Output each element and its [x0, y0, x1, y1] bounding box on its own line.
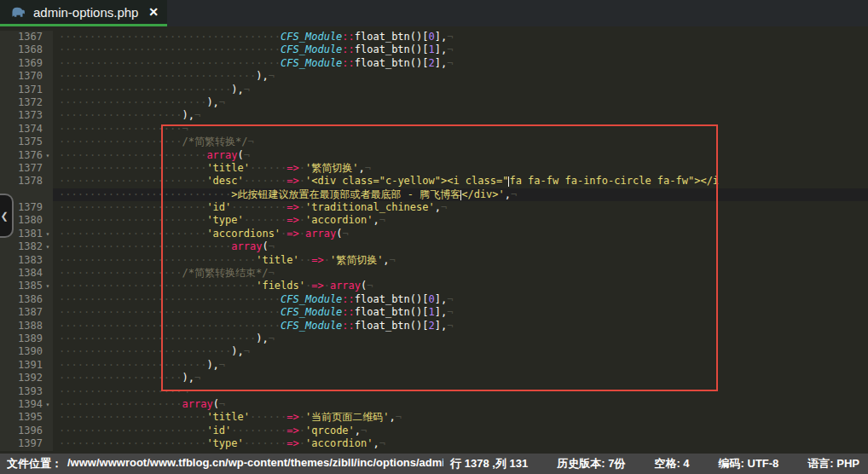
code-token: => [286, 437, 298, 449]
code-token: float_btn()[ [355, 43, 429, 55]
cursor-position-status[interactable]: 行 1378 ,列 131 [450, 456, 528, 471]
gutter[interactable]: 1386 [0, 293, 53, 306]
code-row[interactable]: 1396························'id'········… [0, 425, 868, 437]
gutter[interactable]: 1388 [0, 320, 53, 332]
gutter[interactable]: 1368 [0, 43, 53, 56]
gutter[interactable]: 1393 [0, 385, 53, 398]
code-row[interactable]: 1387····································… [0, 306, 868, 319]
code-row[interactable]: 1392····················),¬ [0, 372, 868, 384]
code-token: CFS_Module [281, 320, 342, 332]
fold-arrow-icon[interactable]: ▾ [43, 240, 53, 253]
code-token: , [358, 162, 364, 174]
code-row[interactable]: 1385▾································'fi… [0, 280, 868, 292]
gutter[interactable]: 1372 [0, 96, 53, 109]
code-row[interactable]: 1374····················¬ [0, 123, 868, 136]
gutter[interactable]: 1395 [0, 411, 53, 424]
fold-arrow-icon[interactable]: ▾ [43, 149, 53, 162]
code-row[interactable]: 1397························'type'······… [0, 437, 868, 450]
code-token: :: [342, 43, 354, 55]
gutter[interactable]: 1378 [0, 175, 53, 188]
gutter[interactable]: 1389 [0, 332, 53, 345]
gutter[interactable]: 1367 [0, 31, 53, 43]
code-row[interactable]: 1377························'title'·····… [0, 162, 868, 175]
gutter[interactable]: 1394▾ [0, 398, 53, 411]
code-token: => [286, 175, 298, 187]
code-row[interactable]: 1367····································… [0, 31, 868, 43]
gutter[interactable]: 1382▾ [0, 240, 53, 253]
code-token: 'type' [206, 437, 243, 449]
code-row[interactable]: 1390····························),¬ [0, 345, 868, 358]
history-versions-status[interactable]: 历史版本: 7份 [557, 456, 625, 471]
code-text: ························'desc'·······=>·… [53, 175, 868, 188]
eol-mark: ¬ [367, 280, 373, 292]
indent-spaces-status[interactable]: 空格: 4 [654, 456, 689, 471]
gutter[interactable]: 1375 [0, 136, 53, 148]
whitespace-dots: ························ [59, 437, 206, 449]
fold-arrow-icon[interactable]: ▾ [43, 228, 53, 240]
gutter[interactable]: 1385▾ [0, 280, 53, 292]
code-row[interactable]: 1389································),¬ [0, 332, 868, 345]
eol-mark: ¬ [219, 359, 225, 371]
code-token: 'title' [206, 162, 250, 174]
gutter[interactable]: 1373 [0, 109, 53, 122]
code-row[interactable]: 1393····················¬ [0, 385, 868, 398]
code-row[interactable]: 1379························'id'········… [0, 201, 868, 214]
code-text: ····································CFS_… [53, 43, 868, 56]
code-row[interactable]: 1376▾························array(¬ [0, 149, 868, 162]
code-text: ························array(¬ [53, 149, 868, 162]
code-row[interactable]: 1370································),¬ [0, 70, 868, 83]
close-icon[interactable]: ✕ [148, 5, 159, 19]
code-rows: 1367····································… [0, 31, 868, 451]
encoding-status[interactable]: 编码: UTF-8 [719, 456, 779, 471]
gutter[interactable]: 1392 [0, 372, 53, 384]
gutter[interactable]: 1383 [0, 254, 53, 267]
code-row[interactable]: 1391························),¬ [0, 359, 868, 372]
panel-collapse-handle[interactable]: ❮ [0, 194, 14, 238]
code-token: 'accordion' [305, 214, 373, 226]
tab-bar: admin-options.php ✕ [0, 0, 868, 26]
code-row[interactable]: 1395························'title'·····… [0, 411, 868, 424]
code-row[interactable]: 1369····································… [0, 57, 868, 70]
code-row[interactable]: 1381▾························'accordions… [0, 228, 868, 240]
gutter[interactable]: 1390 [0, 345, 53, 358]
code-row[interactable]: 1384····················/*简繁转换结束*/¬ [0, 267, 868, 280]
code-token: float_btn()[ [355, 320, 429, 332]
code-editor[interactable]: 1367····································… [0, 26, 868, 454]
gutter[interactable]: 1374 [0, 123, 53, 136]
gutter[interactable]: 1377 [0, 162, 53, 175]
gutter[interactable]: 1370 [0, 70, 53, 83]
code-row[interactable]: 1375····················/*简繁转换*/¬ [0, 136, 868, 148]
language-status[interactable]: 语言: PHP [807, 456, 859, 471]
code-token: '繁简切换' [305, 162, 358, 174]
code-row[interactable]: 1368····································… [0, 43, 868, 56]
code-row[interactable]: 1394▾····················array(¬ [0, 398, 868, 411]
code-row[interactable]: 1373····················),¬ [0, 109, 868, 122]
tab-admin-options-php[interactable]: admin-options.php ✕ [0, 0, 167, 26]
fold-arrow-icon[interactable]: ▾ [43, 280, 53, 292]
gutter[interactable]: 1387 [0, 306, 53, 319]
gutter[interactable]: 1371 [0, 84, 53, 96]
code-row[interactable]: 1371····························),¬ [0, 84, 868, 96]
whitespace-dots: ·· [299, 254, 311, 266]
fold-arrow-icon[interactable]: ▾ [43, 398, 53, 411]
code-token: 'type' [206, 214, 243, 226]
code-row[interactable]: 1372························),¬ [0, 96, 868, 109]
code-row[interactable]: 1386····································… [0, 293, 868, 306]
eol-mark: ¬ [379, 214, 385, 226]
eol-mark: ¬ [194, 109, 200, 121]
tab-title: admin-options.php [33, 5, 141, 20]
gutter[interactable]: 1396 [0, 425, 53, 437]
gutter[interactable]: 1376▾ [0, 149, 53, 162]
code-row[interactable]: 1378························'desc'······… [0, 175, 868, 188]
gutter[interactable]: 1384 [0, 267, 53, 280]
code-row[interactable]: 1383································'tit… [0, 254, 868, 267]
gutter[interactable]: 1391 [0, 359, 53, 372]
code-row[interactable]: ····························>此按钮建议放置在最顶部… [0, 188, 868, 201]
code-row[interactable]: 1388····································… [0, 320, 868, 332]
gutter[interactable]: 1369 [0, 57, 53, 70]
gutter[interactable]: 1397 [0, 437, 53, 450]
code-token: ], [435, 31, 447, 43]
code-row[interactable]: 1382▾····························array(¬ [0, 240, 868, 253]
whitespace-dots: ························ [59, 359, 206, 371]
code-row[interactable]: 1380························'type'······… [0, 214, 868, 227]
